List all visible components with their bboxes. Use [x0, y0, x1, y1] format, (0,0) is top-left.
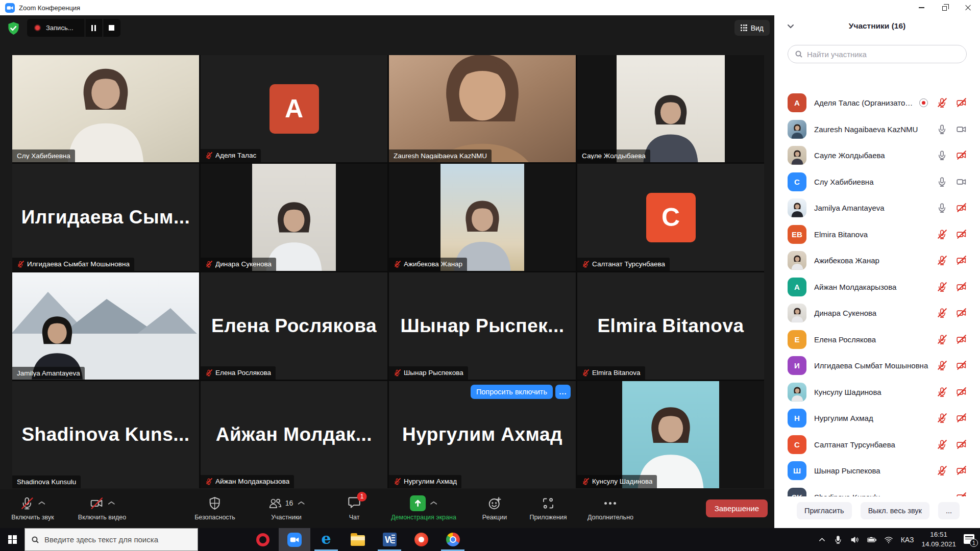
video-tile[interactable]: Ажибекова Жанар [389, 164, 576, 271]
camera-off-icon [956, 360, 967, 371]
restore-icon [942, 6, 947, 11]
taskbar-explorer-icon[interactable] [342, 528, 374, 551]
video-tile[interactable]: Илгидаева Сым... Илгидаева Сымбат Мошыно… [12, 164, 199, 271]
participant-row[interactable]: Динара Сукенова [774, 300, 980, 327]
taskbar-opera-icon[interactable] [247, 528, 279, 551]
participant-row[interactable]: Zauresh Nagaibaeva KazNMU [774, 116, 980, 143]
language-indicator[interactable]: КАЗ [901, 536, 914, 544]
participant-row[interactable]: Н Нургулим Ахмад [774, 405, 980, 432]
taskbar-edge-icon[interactable]: e [310, 528, 342, 551]
security-button[interactable]: Безопасность [194, 494, 235, 521]
participant-row[interactable]: A Аделя Талас (Организатор, я) [774, 90, 980, 116]
participant-name: Сауле Жолдыбаева [814, 151, 932, 160]
taskbar-word-icon[interactable]: W [374, 528, 405, 551]
reactions-icon [487, 496, 501, 510]
mute-all-button[interactable]: Выкл. весь звук [861, 502, 929, 519]
video-tile[interactable]: Слу Хабибиевна [12, 55, 199, 162]
apps-button[interactable]: Приложения [529, 494, 567, 521]
participant-name: Ажибекова Жанар [814, 256, 932, 265]
participant-row[interactable]: Кунсулу Шадинова [774, 379, 980, 406]
video-tile[interactable]: C Салтанат Турсунбаева [577, 164, 764, 271]
reactions-button[interactable]: Реакции [482, 494, 507, 521]
participant-row[interactable]: Ажибекова Жанар [774, 247, 980, 274]
video-tile[interactable]: Zauresh Nagaibaeva KazNMU [389, 55, 576, 162]
video-tile[interactable]: Shadinova Kuns... Shadinova Kunsulu [12, 381, 199, 488]
tray-wifi-icon[interactable] [884, 535, 893, 544]
stop-icon [109, 25, 114, 31]
tray-volume-icon[interactable] [850, 535, 860, 544]
collapse-panel-button[interactable] [787, 22, 795, 30]
clock[interactable]: 16:51 14.09.2021 [921, 530, 956, 548]
video-tile[interactable]: Динара Сукенова [201, 164, 387, 271]
participant-row[interactable]: Сауле Жолдыбаева [774, 142, 980, 169]
unmute-audio-button[interactable]: Включить звук [11, 494, 54, 521]
share-options-chevron[interactable] [430, 501, 437, 505]
participants-button[interactable]: 16 Участники [268, 494, 305, 521]
window-titlebar: Zoom Конференция [0, 0, 980, 15]
taskbar-browser-icon[interactable] [405, 528, 437, 551]
video-tile[interactable]: Jamilya Amantayeva [12, 272, 199, 380]
participant-row[interactable]: C Салтанат Турсунбаева [774, 432, 980, 458]
participant-search[interactable] [788, 45, 967, 63]
search-input[interactable] [807, 50, 960, 59]
tray-expand-chevron-icon[interactable] [818, 535, 826, 544]
tile-nameplate: Салтанат Турсунбаева [577, 258, 670, 271]
video-tile[interactable]: Нургулим Ахмад Нургулим Ахмад Попросить … [389, 381, 576, 488]
taskbar-chrome-icon[interactable] [437, 528, 469, 551]
participant-row[interactable]: Ш Шынар Рыспекова [774, 458, 980, 484]
participant-row[interactable]: EB Elmira Bitanova [774, 221, 980, 248]
camera-off-icon [956, 150, 967, 161]
taskbar-zoom-icon[interactable] [279, 528, 310, 551]
pause-recording-button[interactable] [85, 19, 103, 37]
video-tile[interactable]: Сауле Жолдыбаева [577, 55, 764, 162]
tray-battery-icon[interactable] [867, 535, 876, 544]
shield-icon [208, 496, 222, 510]
tray-mic-icon[interactable] [834, 535, 843, 544]
taskbar-search-input[interactable] [44, 535, 191, 544]
restore-button[interactable] [933, 0, 957, 15]
camera-off-icon [956, 229, 967, 240]
panel-more-button[interactable]: ... [938, 502, 960, 519]
start-button[interactable] [0, 528, 24, 551]
video-tile[interactable]: Elmira Bitanova Elmira Bitanova [577, 272, 764, 380]
participant-row[interactable]: SK Shadinova Kunsulu [774, 484, 980, 497]
video-tile[interactable]: Шынар Рыспек... Шынар Рыспекова [389, 272, 576, 380]
start-video-button[interactable]: Включить видео [78, 494, 126, 521]
view-button[interactable]: Вид [734, 20, 770, 36]
audio-options-chevron[interactable] [39, 501, 45, 505]
participant-status-icons [937, 465, 967, 476]
apps-icon [541, 496, 555, 510]
video-tile[interactable]: Айжан Молдак... Айжан Молдакарызова [201, 381, 387, 488]
participant-status-icons [956, 492, 967, 496]
participant-row[interactable]: Jamilya Amantayeva [774, 195, 980, 221]
video-options-chevron[interactable] [108, 501, 115, 505]
share-screen-button[interactable]: Демонстрация экрана [391, 494, 456, 521]
tile-more-button[interactable]: ... [555, 385, 571, 399]
participant-row[interactable]: И Илгидаева Сымбат Мошыновна [774, 353, 980, 379]
participants-options-chevron[interactable] [298, 501, 304, 505]
tile-participant-name: Динара Сукенова [215, 261, 272, 268]
participant-row[interactable]: A Айжан Молдакарызова [774, 274, 980, 300]
invite-button[interactable]: Пригласить [797, 502, 852, 519]
action-center-icon[interactable]: 1 [964, 534, 977, 545]
ask-to-unmute-button[interactable]: Попросить включить [471, 385, 553, 399]
participant-row[interactable]: E Елена Рослякова [774, 327, 980, 353]
participant-row[interactable]: C Слу Хабибиевна [774, 169, 980, 195]
taskbar-search[interactable] [24, 528, 198, 551]
tile-participant-name: Слу Хабибиевна [17, 153, 70, 160]
chat-button[interactable]: 1 Чат [348, 494, 361, 521]
tile-content: A [201, 55, 387, 162]
close-button[interactable] [957, 0, 980, 15]
end-meeting-button[interactable]: Завершение [706, 499, 768, 517]
video-tile[interactable]: Кунсулу Шадинова [577, 381, 764, 488]
stop-recording-button[interactable] [103, 19, 120, 37]
video-tile[interactable]: A Аделя Талас [201, 55, 387, 162]
more-button[interactable]: Дополнительно [587, 494, 633, 521]
muted-mic-icon [394, 369, 401, 377]
video-tile[interactable]: Елена Рослякова Елена Рослякова [201, 272, 387, 380]
minimize-button[interactable] [910, 0, 933, 15]
participant-name: Кунсулу Шадинова [814, 388, 932, 396]
mic-muted-icon [937, 387, 947, 397]
participant-avatar [788, 251, 806, 270]
tile-display-name: Айжан Молдак... [209, 424, 379, 445]
